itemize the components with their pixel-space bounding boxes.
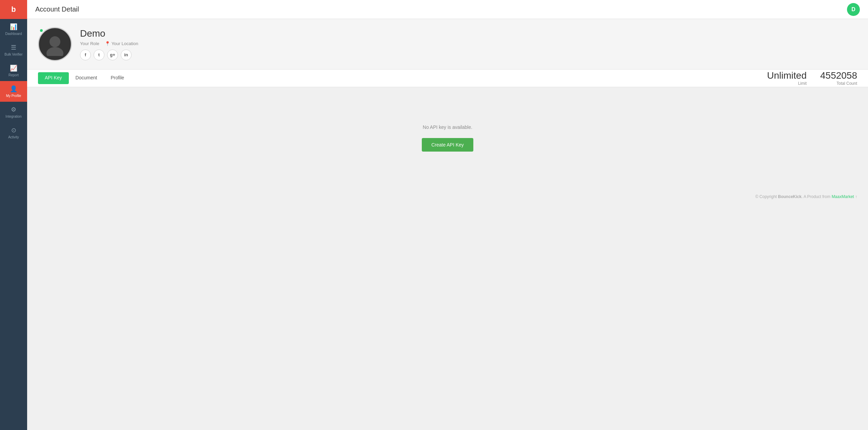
sidebar: b 📊 Dashboard☰ Bulk Verifier📈 Report👤 My… — [0, 0, 27, 430]
content: Demo Your Role 📍 Your Location f t g+ in — [27, 19, 868, 430]
bulk-verifier-label: Bulk Verifier — [4, 53, 22, 56]
total-count-label: Total Count — [820, 81, 857, 86]
sidebar-item-my-profile[interactable]: 👤 My Profile — [0, 81, 27, 102]
dashboard-icon: 📊 — [10, 23, 17, 31]
create-api-key-button[interactable]: Create API Key — [422, 138, 473, 152]
integration-label: Integration — [5, 115, 21, 118]
total-count-value: 4552058 — [820, 71, 857, 80]
sidebar-item-integration[interactable]: ⚙ Integration — [0, 102, 27, 122]
tabs: API KeyDocumentProfile — [38, 70, 131, 87]
tab-api-key[interactable]: API Key — [38, 72, 69, 84]
report-label: Report — [8, 73, 19, 77]
footer-link[interactable]: MaaxMarket — [832, 194, 854, 199]
google-button[interactable]: g+ — [107, 50, 118, 60]
dashboard-label: Dashboard — [5, 32, 22, 36]
footer-brand: BounceKick — [778, 194, 802, 199]
footer: © Copyright BounceKick. A Product from M… — [27, 189, 868, 204]
limit-stat: Unlimited Limit — [767, 71, 807, 86]
page-title: Account Detail — [35, 5, 79, 13]
user-avatar[interactable]: D — [847, 3, 860, 16]
tabs-section: API KeyDocumentProfile Unlimited Limit 4… — [27, 70, 868, 87]
location-text: Your Location — [112, 41, 138, 46]
profile-header: Demo Your Role 📍 Your Location f t g+ in — [27, 19, 868, 70]
footer-copyright: © Copyright — [755, 194, 778, 199]
social-links: f t g+ in — [80, 50, 138, 60]
tab-profile[interactable]: Profile — [104, 70, 131, 87]
activity-icon: ⊙ — [11, 126, 16, 134]
profile-info: Demo Your Role 📍 Your Location f t g+ in — [80, 28, 138, 60]
my-profile-icon: 👤 — [10, 85, 17, 93]
svg-point-0 — [50, 36, 60, 47]
logo-icon: b — [11, 5, 16, 14]
footer-arrow: ↑ — [855, 194, 857, 199]
profile-avatar — [38, 27, 72, 61]
integration-icon: ⚙ — [11, 106, 16, 113]
sidebar-item-bulk-verifier[interactable]: ☰ Bulk Verifier — [0, 40, 27, 60]
limit-value: Unlimited — [767, 71, 807, 80]
profile-role: Your Role — [80, 41, 99, 46]
api-key-content: No API key is available. Create API Key — [27, 87, 868, 189]
activity-label: Activity — [8, 135, 19, 139]
main-content-area: Account Detail D Demo Your Role � — [27, 0, 868, 430]
facebook-button[interactable]: f — [80, 50, 91, 60]
sidebar-item-report[interactable]: 📈 Report — [0, 60, 27, 81]
online-indicator — [39, 28, 43, 33]
topbar: Account Detail D — [27, 0, 868, 19]
total-count-stat: 4552058 Total Count — [820, 71, 857, 86]
location-icon: 📍 — [105, 41, 110, 46]
profile-location: 📍 Your Location — [105, 41, 138, 46]
twitter-button[interactable]: t — [94, 50, 104, 60]
tab-document[interactable]: Document — [69, 70, 104, 87]
avatar-container — [38, 27, 72, 61]
sidebar-item-dashboard[interactable]: 📊 Dashboard — [0, 19, 27, 40]
stats-area: Unlimited Limit 4552058 Total Count — [767, 71, 857, 86]
no-api-message: No API key is available. — [423, 124, 472, 130]
my-profile-label: My Profile — [6, 94, 21, 98]
profile-name: Demo — [80, 28, 138, 39]
sidebar-logo[interactable]: b — [0, 0, 27, 19]
footer-text2: . A Product from — [802, 194, 832, 199]
report-icon: 📈 — [10, 64, 17, 72]
svg-point-1 — [46, 47, 63, 56]
profile-meta: Your Role 📍 Your Location — [80, 41, 138, 46]
sidebar-item-activity[interactable]: ⊙ Activity — [0, 122, 27, 143]
linkedin-button[interactable]: in — [121, 50, 132, 60]
bulk-verifier-icon: ☰ — [11, 44, 16, 51]
limit-label: Limit — [767, 81, 807, 86]
